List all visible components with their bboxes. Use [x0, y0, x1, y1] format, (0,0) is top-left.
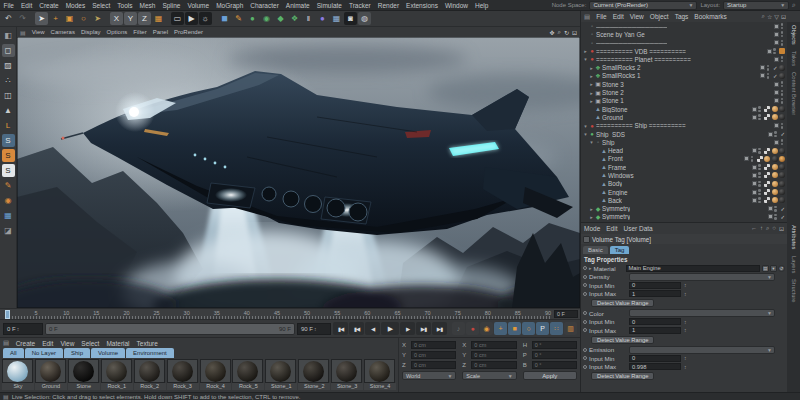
visibility-dot-icon[interactable]	[781, 98, 784, 101]
redo-icon[interactable]: ↷	[16, 12, 29, 25]
table-row[interactable]: ▾●========== Ship ==========	[581, 122, 787, 130]
material-item[interactable]: Rock_2	[134, 359, 166, 390]
generator-icon[interactable]: ◉	[260, 12, 273, 25]
material-thumbnail[interactable]	[167, 359, 198, 383]
undo-icon[interactable]: ↶	[2, 12, 15, 25]
anim-dot-icon[interactable]	[583, 356, 587, 360]
visibility-dots[interactable]	[781, 40, 784, 46]
visibility-dot-icon[interactable]	[758, 114, 761, 117]
enable-checkbox[interactable]	[744, 156, 749, 161]
material-link-field[interactable]: Main Engine	[626, 265, 760, 272]
live-selection-icon[interactable]: ➤	[35, 12, 48, 25]
visibility-dots[interactable]	[781, 90, 784, 96]
material-thumbnail[interactable]	[200, 359, 231, 383]
menu-character[interactable]: Character	[247, 2, 283, 9]
pos-x-field[interactable]: 0 cm	[411, 341, 456, 349]
table-row[interactable]: ▸▣Stone 2	[581, 88, 787, 96]
tab-tag[interactable]: Tag	[610, 246, 630, 254]
table-row[interactable]: ▸◆Symmetry✓	[581, 205, 787, 213]
brush-icon[interactable]: ✎	[2, 179, 15, 192]
material-tag-icon[interactable]	[779, 164, 785, 170]
link-list-icon[interactable]: ▤	[762, 265, 769, 272]
enable-checkbox[interactable]	[774, 90, 779, 95]
visibility-dots[interactable]	[758, 172, 761, 178]
channel-dropdown[interactable]: ▼	[629, 273, 775, 281]
enable-checkbox[interactable]	[774, 40, 779, 45]
render-picture-viewer-icon[interactable]: ▶	[185, 12, 198, 25]
viewport-render[interactable]	[17, 37, 580, 308]
keyframe-selection-icon[interactable]: ▥	[564, 322, 577, 335]
edge-mode-icon[interactable]: ◫	[2, 89, 15, 102]
floor-icon[interactable]: ▦	[330, 12, 343, 25]
table-row[interactable]: ▲BigStone	[581, 105, 787, 113]
material-item[interactable]: Stone_4	[364, 359, 396, 390]
materials-menu-texture[interactable]: Texture	[133, 340, 161, 347]
material-tag-icon[interactable]	[779, 148, 785, 154]
objects-menu-object[interactable]: Object	[647, 13, 672, 20]
visibility-dot-icon[interactable]	[758, 110, 761, 113]
material-item[interactable]: Stone_2	[298, 359, 330, 390]
menu-mograph[interactable]: MoGraph	[213, 2, 247, 9]
goto-end-button[interactable]: ▶▮	[432, 322, 447, 335]
current-frame-field[interactable]: 0 F↕	[3, 323, 43, 335]
visibility-dot-icon[interactable]	[767, 68, 770, 71]
tab-attributes[interactable]: Attributes	[791, 225, 797, 250]
visibility-dot-icon[interactable]	[774, 217, 777, 220]
last-tool-icon[interactable]: ➤	[91, 12, 104, 25]
end-frame-field[interactable]: 90 F↕	[297, 323, 331, 335]
menu-tracker[interactable]: Tracker	[345, 2, 374, 9]
coord-system-icon[interactable]: ▦	[152, 12, 165, 25]
prev-key-button[interactable]: ▮◀	[349, 322, 364, 335]
visibility-dot-icon[interactable]	[781, 60, 784, 63]
visibility-dot-icon[interactable]	[758, 193, 761, 196]
phong-tag-icon[interactable]	[772, 197, 778, 203]
material-tag-icon[interactable]	[779, 197, 785, 203]
visibility-dot-icon[interactable]	[774, 135, 777, 138]
visibility-dots[interactable]	[781, 31, 784, 37]
visibility-dot-icon[interactable]	[758, 181, 761, 184]
size-z-field[interactable]: 0 cm	[471, 361, 516, 369]
table-row[interactable]: ▲Back	[581, 196, 787, 204]
phong-tag-icon[interactable]	[772, 106, 778, 112]
enable-checkbox[interactable]	[768, 206, 773, 211]
table-row[interactable]: ◦────────────────	[581, 22, 787, 30]
anim-dot-icon[interactable]	[583, 320, 587, 324]
play-button[interactable]: ▶	[381, 322, 399, 335]
mograph-clone-icon[interactable]: ❖	[288, 12, 301, 25]
polygon-mode-icon[interactable]: ▲	[2, 104, 15, 117]
enable-checkbox[interactable]	[767, 49, 772, 54]
visibility-dots[interactable]	[774, 206, 777, 212]
objects-menu-file[interactable]: File	[593, 13, 609, 20]
move-icon[interactable]: +	[49, 12, 62, 25]
visibility-dot-icon[interactable]	[758, 176, 761, 179]
menu-window[interactable]: Window	[441, 2, 471, 9]
visibility-dot-icon[interactable]	[758, 151, 761, 154]
uvw-tag-icon[interactable]	[764, 106, 770, 112]
material-tag-icon[interactable]	[779, 65, 785, 71]
visibility-dot-icon[interactable]	[758, 148, 761, 151]
detect-value-range-button[interactable]: Detect Value Range	[591, 372, 654, 380]
enable-checkbox[interactable]	[752, 107, 757, 112]
menu-help[interactable]: Help	[472, 2, 492, 9]
texture-mode-icon[interactable]: ▨	[2, 59, 15, 72]
spinner-icon[interactable]: ↕	[314, 326, 317, 332]
enable-checkbox[interactable]	[774, 57, 779, 62]
timeline-ruler[interactable]: 51015202530354045505560657075808590 0 F	[0, 308, 580, 319]
key-position-icon[interactable]: +	[494, 322, 507, 335]
channel-dropdown[interactable]: ▼	[629, 346, 775, 354]
visibility-dot-icon[interactable]	[767, 73, 770, 76]
scale-icon[interactable]: ▣	[63, 12, 76, 25]
spinner-icon[interactable]: ↕	[684, 282, 687, 288]
enable-checkbox[interactable]	[774, 24, 779, 29]
burger-icon[interactable]: ▤	[581, 13, 593, 21]
visibility-dot-icon[interactable]	[774, 131, 777, 134]
tab-basic[interactable]: Basic	[583, 246, 608, 254]
pen-spline-icon[interactable]: ✎	[232, 12, 245, 25]
visibility-dot-icon[interactable]	[758, 118, 761, 121]
visibility-dot-icon[interactable]	[758, 189, 761, 192]
visibility-dot-icon[interactable]	[758, 201, 761, 204]
material-tag-icon[interactable]	[779, 172, 785, 178]
rotate-icon[interactable]: ○	[77, 12, 90, 25]
material-tag-icon[interactable]	[772, 156, 778, 162]
input-max-field[interactable]: 1	[629, 327, 681, 334]
